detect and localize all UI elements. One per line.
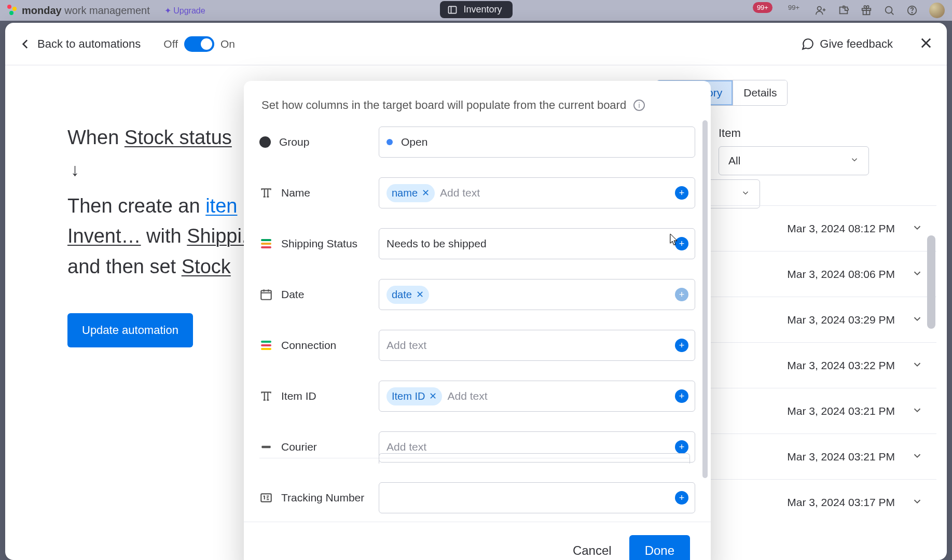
status-icon — [259, 237, 273, 250]
s-then: Then create an — [67, 195, 205, 217]
row-date: Date date ✕ + — [259, 279, 695, 310]
calendar-icon — [259, 288, 273, 301]
run-time: Mar 3, 2024 08:06 PM — [787, 268, 895, 281]
workspace-pill[interactable]: Inventory — [439, 1, 512, 18]
monday-top-bar: monday work management ✦ Upgrade Invento… — [0, 0, 952, 21]
add-token-button[interactable]: + — [675, 491, 688, 505]
chevron-down-icon — [912, 268, 923, 281]
label-group: Group — [279, 136, 309, 148]
modal-header: Set how columns in the target board will… — [244, 81, 711, 116]
placeholder-name: Add text — [440, 187, 480, 199]
add-token-button[interactable]: + — [675, 288, 688, 301]
run-time: Mar 3, 2024 03:29 PM — [787, 314, 895, 326]
field-shipping[interactable]: Needs to be shipped + — [379, 228, 695, 259]
token-item-id[interactable]: Item ID ✕ — [387, 387, 442, 405]
add-token-button[interactable]: + — [675, 440, 688, 454]
extension-icon[interactable] — [838, 5, 849, 16]
group-color-dot-icon — [387, 139, 393, 145]
text-icon — [259, 389, 273, 403]
user-plus-icon[interactable] — [815, 5, 826, 16]
row-tracking: Tracking Number + — [259, 482, 695, 513]
brand-strong: monday — [22, 5, 62, 16]
chevron-down-icon — [741, 188, 750, 200]
svg-rect-8 — [261, 290, 271, 299]
connection-icon — [259, 339, 273, 352]
add-token-button[interactable]: + — [675, 186, 688, 200]
field-group[interactable]: Open — [379, 127, 695, 158]
logo-dots-icon — [7, 5, 19, 16]
field-date[interactable]: date ✕ + — [379, 279, 695, 310]
modal-body: Group Open Name name — [244, 116, 711, 522]
gift-icon[interactable] — [861, 5, 872, 16]
notif-badge-red[interactable]: 99+ — [753, 2, 772, 13]
s-shipping[interactable]: Shippi. — [187, 225, 247, 247]
row-name: Name name ✕ Add text + — [259, 177, 695, 208]
back-to-automations[interactable]: Back to automations — [19, 37, 141, 51]
modal-title: Set how columns in the target board will… — [261, 99, 626, 112]
avatar[interactable] — [929, 3, 945, 18]
chevron-down-icon — [912, 404, 923, 418]
svg-point-2 — [818, 7, 821, 10]
chevron-down-icon — [912, 313, 923, 327]
run-time: Mar 3, 2024 03:17 PM — [787, 496, 895, 509]
s-stock[interactable]: Stock — [182, 256, 231, 277]
automation-toggle: Off On — [163, 36, 235, 52]
chevron-down-icon — [912, 496, 923, 509]
modal-footer: Cancel Done — [244, 522, 711, 560]
token-remove-icon[interactable]: ✕ — [429, 390, 437, 402]
token-date[interactable]: date ✕ — [387, 286, 429, 304]
add-token-button[interactable]: + — [675, 339, 688, 352]
run-time: Mar 3, 2024 03:21 PM — [787, 405, 895, 417]
field-connection[interactable]: Add text + — [379, 330, 695, 361]
placeholder-connection: Add text — [387, 339, 426, 352]
token-remove-icon[interactable]: ✕ — [416, 289, 424, 300]
s-invent[interactable]: Invent… — [67, 225, 141, 247]
group-icon — [259, 136, 271, 148]
number-icon — [259, 491, 273, 505]
chevron-down-icon — [912, 450, 923, 464]
update-automation-button[interactable]: Update automation — [67, 313, 193, 347]
upgrade-link[interactable]: ✦ Upgrade — [164, 6, 205, 16]
label-shipping: Shipping Status — [281, 237, 357, 250]
brand-thin: work management — [64, 5, 150, 16]
search-icon[interactable] — [884, 5, 895, 16]
item-filter-select[interactable]: All — [719, 146, 869, 175]
svg-point-7 — [912, 12, 912, 13]
label-tracking: Tracking Number — [281, 492, 364, 504]
field-item-id[interactable]: Item ID ✕ Add text + — [379, 381, 695, 412]
field-tracking[interactable]: + — [379, 482, 695, 513]
token-name[interactable]: name ✕ — [387, 184, 435, 202]
add-token-button[interactable]: + — [675, 237, 688, 250]
value-group: Open — [401, 136, 427, 148]
workspace-name: Inventory — [463, 4, 502, 15]
tab-details[interactable]: Details — [733, 80, 787, 105]
add-token-button[interactable]: + — [675, 389, 688, 403]
chevron-down-icon — [850, 155, 859, 167]
info-icon[interactable]: i — [633, 100, 645, 111]
close-button[interactable] — [919, 36, 933, 52]
dropdown-icon — [259, 440, 273, 454]
give-feedback[interactable]: Give feedback — [801, 37, 893, 51]
cancel-button[interactable]: Cancel — [573, 543, 612, 558]
back-label: Back to automations — [37, 37, 141, 51]
scrollbar[interactable] — [927, 235, 935, 329]
toggle-on-label: On — [220, 38, 235, 50]
item-filter-label: Item — [719, 127, 936, 140]
notif-badge-gray[interactable]: 99+ — [784, 2, 804, 13]
run-time: Mar 3, 2024 03:21 PM — [787, 451, 895, 463]
label-itemid: Item ID — [281, 390, 316, 402]
token-remove-icon[interactable]: ✕ — [422, 187, 430, 199]
feedback-icon — [801, 37, 815, 51]
modal-scrollbar[interactable] — [702, 120, 708, 478]
row-shipping-status: Shipping Status Needs to be shipped + — [259, 228, 695, 259]
done-button[interactable]: Done — [629, 535, 690, 561]
monday-logo: monday work management — [7, 5, 150, 17]
toggle-switch[interactable] — [184, 36, 214, 52]
field-name[interactable]: name ✕ Add text + — [379, 177, 695, 208]
help-icon[interactable] — [906, 5, 918, 16]
svg-rect-0 — [448, 6, 456, 13]
s-stock-status[interactable]: Stock status — [125, 127, 232, 148]
label-date: Date — [281, 288, 304, 301]
next-field-partial — [379, 453, 690, 464]
s-item-link[interactable]: iten — [205, 195, 237, 217]
